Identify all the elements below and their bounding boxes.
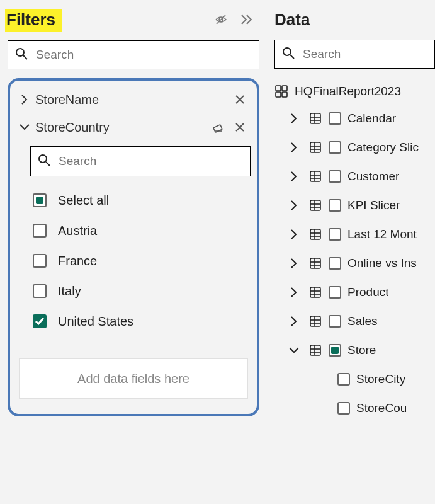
checkbox-unchecked[interactable]	[329, 170, 341, 183]
table-icon	[308, 227, 322, 241]
table-row-calendar[interactable]: Calendar	[274, 104, 435, 133]
filter-card-storename[interactable]: StoreName	[16, 86, 251, 113]
table-row-sales[interactable]: Sales	[274, 307, 435, 336]
dataset-icon	[274, 84, 288, 98]
table-row-store[interactable]: Store	[274, 336, 435, 365]
chevron-right-icon[interactable]	[18, 93, 31, 106]
checkbox-unchecked[interactable]	[33, 284, 47, 298]
table-label: Product	[347, 285, 388, 299]
search-icon	[37, 153, 51, 169]
add-data-fields-dropzone[interactable]: Add data fields here	[19, 358, 248, 399]
chevron-right-icon[interactable]	[287, 314, 301, 328]
table-icon	[308, 112, 322, 125]
filter-option-united-states[interactable]: United States	[16, 306, 251, 336]
chevron-right-icon[interactable]	[287, 227, 301, 241]
filter-option-italy[interactable]: Italy	[16, 276, 251, 306]
filters-search[interactable]	[8, 40, 259, 69]
table-label: Category Slic	[347, 140, 419, 154]
data-search-input[interactable]	[302, 47, 428, 62]
filter-cards-highlight: StoreName StoreCountry Select all	[8, 78, 259, 416]
filter-option-select-all[interactable]: Select all	[16, 185, 251, 215]
table-label: Calendar	[347, 112, 396, 125]
checkbox-unchecked[interactable]	[329, 286, 341, 299]
filter-card-label: StoreCountry	[35, 120, 206, 135]
table-icon	[308, 140, 322, 154]
table-icon	[308, 198, 322, 212]
filter-option-label: France	[58, 254, 97, 268]
table-row-product[interactable]: Product	[274, 278, 435, 307]
filter-option-label: Select all	[58, 193, 109, 208]
filters-search-input[interactable]	[35, 47, 252, 62]
search-icon	[14, 47, 28, 63]
dataset-row[interactable]: HQFinalReport2023	[274, 79, 435, 104]
checkbox-unchecked[interactable]	[329, 257, 341, 270]
filter-card-label: StoreName	[35, 93, 228, 107]
fields-tree: HQFinalReport2023 Calendar Category Slic…	[274, 79, 435, 423]
checkbox-unchecked[interactable]	[329, 315, 341, 328]
checkbox-unchecked[interactable]	[337, 402, 350, 415]
divider	[16, 346, 251, 347]
table-icon	[308, 343, 322, 357]
table-row-last-12-months[interactable]: Last 12 Mont	[274, 220, 435, 249]
table-label: Sales	[347, 314, 378, 328]
table-label: Store	[347, 343, 376, 357]
remove-filter-icon[interactable]	[230, 118, 249, 137]
table-icon	[308, 256, 322, 270]
chevron-right-icon[interactable]	[287, 112, 301, 125]
table-row-kpi-slicer[interactable]: KPI Slicer	[274, 191, 435, 220]
table-label: KPI Slicer	[347, 198, 400, 212]
filter-values-search-input[interactable]	[57, 154, 244, 169]
clear-filter-icon[interactable]	[209, 118, 228, 137]
filter-option-label: Austria	[58, 224, 97, 238]
field-label: StoreCity	[356, 372, 405, 386]
dataset-label: HQFinalReport2023	[295, 84, 401, 98]
filter-values-search[interactable]	[30, 146, 251, 176]
search-icon	[281, 46, 295, 62]
checkbox-unchecked[interactable]	[329, 228, 341, 241]
checkbox-indeterminate[interactable]	[329, 344, 341, 357]
field-row-storecity[interactable]: StoreCity	[274, 365, 435, 394]
collapse-pane-icon[interactable]	[234, 8, 259, 33]
checkbox-unchecked[interactable]	[329, 199, 341, 212]
checkbox-indeterminate[interactable]	[33, 193, 47, 207]
field-row-storecountry[interactable]: StoreCou	[274, 394, 435, 423]
add-fields-label: Add data fields here	[77, 372, 189, 386]
filters-pane: Filters StoreName StoreCountry	[0, 0, 267, 504]
checkbox-unchecked[interactable]	[33, 254, 47, 268]
table-icon	[308, 285, 322, 299]
table-row-customer[interactable]: Customer	[274, 162, 435, 191]
filter-option-france[interactable]: France	[16, 246, 251, 276]
filters-header: Filters	[8, 6, 259, 37]
table-label: Online vs Ins	[347, 256, 417, 270]
chevron-right-icon[interactable]	[287, 198, 301, 212]
chevron-down-icon[interactable]	[18, 120, 31, 134]
chevron-right-icon[interactable]	[287, 169, 301, 183]
table-label: Customer	[347, 169, 399, 183]
filter-option-label: Italy	[58, 284, 81, 299]
hide-filter-icon[interactable]	[209, 8, 234, 33]
checkbox-unchecked[interactable]	[329, 141, 341, 154]
data-search[interactable]	[274, 40, 435, 69]
chevron-right-icon[interactable]	[287, 285, 301, 299]
filter-option-label: United States	[58, 314, 133, 329]
checkbox-checked[interactable]	[33, 314, 47, 328]
filter-option-austria[interactable]: Austria	[16, 215, 251, 246]
table-icon	[308, 169, 322, 183]
data-title: Data	[274, 6, 435, 36]
table-row-category-slicer[interactable]: Category Slic	[274, 133, 435, 162]
checkbox-unchecked[interactable]	[33, 224, 47, 238]
checkbox-unchecked[interactable]	[329, 112, 341, 125]
table-row-online-vs-instore[interactable]: Online vs Ins	[274, 249, 435, 278]
field-label: StoreCou	[356, 401, 407, 415]
chevron-right-icon[interactable]	[287, 256, 301, 270]
chevron-down-icon[interactable]	[287, 343, 301, 357]
checkbox-unchecked[interactable]	[337, 373, 350, 386]
table-label: Last 12 Mont	[347, 227, 417, 241]
data-pane: Data HQFinalReport2023 Calendar Category…	[267, 0, 435, 504]
table-icon	[308, 314, 322, 328]
filter-card-storecountry[interactable]: StoreCountry	[16, 113, 251, 141]
remove-filter-icon[interactable]	[230, 90, 249, 109]
chevron-right-icon[interactable]	[287, 140, 301, 154]
filters-title: Filters	[5, 9, 62, 32]
